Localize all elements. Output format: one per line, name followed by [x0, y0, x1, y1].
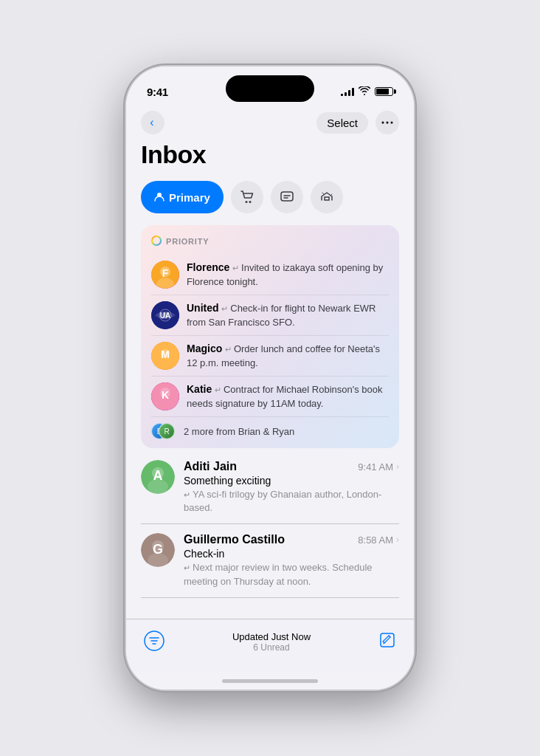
aditi-mail-body: Aditi Jain 9:41 AM › Something exciting …: [184, 460, 399, 515]
primary-tab-label: Primary: [169, 191, 210, 204]
more-senders-text: 2 more from Brian & Ryan: [184, 426, 294, 437]
more-button[interactable]: [375, 111, 399, 134]
aditi-subject: Something exciting: [184, 475, 399, 487]
aditi-sender: Aditi Jain: [184, 460, 237, 473]
svg-point-1: [387, 122, 389, 124]
svg-text:A: A: [153, 468, 163, 483]
guillermo-avatar: G: [141, 533, 175, 567]
katie-message: Katie ↵ Contract for Michael Robinson's …: [187, 382, 389, 410]
aditi-chevron-icon: ›: [396, 461, 399, 472]
priority-item-united[interactable]: UA United ↵ Check-in for flight to Newar…: [151, 295, 389, 336]
united-avatar: UA: [151, 301, 179, 329]
toolbar-status: Updated Just Now 6 Unread: [232, 631, 311, 653]
battery-icon: [375, 87, 393, 96]
svg-point-5: [249, 201, 251, 203]
magico-message: Magico ↵ Order lunch and coffee for Neet…: [187, 342, 389, 370]
updated-text: Updated Just Now: [232, 631, 311, 642]
magico-summary-icon: ↵: [225, 345, 234, 354]
messages-icon: [280, 190, 294, 204]
inbox-title: Inbox: [141, 140, 399, 169]
mail-item-aditi[interactable]: A Aditi Jain 9:41 AM: [141, 451, 399, 524]
guillermo-summary-icon: ↵: [184, 563, 193, 572]
shopping-cart-icon: [240, 190, 254, 204]
guillermo-sender: Guillermo Castillo: [184, 533, 285, 546]
home-bar: [222, 679, 318, 683]
svg-point-4: [245, 201, 247, 203]
priority-icon: [151, 236, 162, 247]
tab-promos[interactable]: [311, 181, 343, 213]
wifi-icon: [359, 86, 370, 97]
dynamic-island: [226, 75, 314, 102]
compose-icon: [378, 631, 396, 649]
magico-text: Magico ↵ Order lunch and coffee for Neet…: [187, 342, 389, 370]
home-indicator: [126, 672, 414, 690]
florence-summary-icon: ↵: [232, 264, 241, 272]
primary-tab-icon: [154, 191, 165, 204]
katie-summary-icon: ↵: [215, 385, 224, 394]
svg-point-2: [391, 122, 393, 124]
aditi-time: 9:41 AM: [358, 461, 393, 472]
guillermo-chevron-icon: ›: [396, 535, 399, 545]
katie-sender: Katie: [187, 383, 212, 395]
phone-screen: 9:41: [126, 66, 414, 690]
back-button[interactable]: ‹: [141, 111, 165, 134]
svg-point-0: [382, 122, 384, 124]
magico-avatar: M: [151, 342, 179, 370]
unread-count: 6 Unread: [232, 642, 311, 653]
guillermo-time: 8:58 AM: [358, 535, 393, 546]
aditi-preview: ↵ YA sci-fi trilogy by Ghanaian author, …: [184, 488, 399, 515]
signal-bar-2: [345, 92, 347, 96]
filter-button[interactable]: [144, 630, 165, 654]
svg-text:M: M: [161, 348, 170, 360]
signal-bar-3: [348, 90, 350, 96]
signal-bar-1: [341, 94, 343, 96]
united-sender: United: [187, 302, 219, 314]
svg-text:UA: UA: [160, 312, 170, 320]
katie-avatar: K: [151, 382, 179, 410]
tab-shopping[interactable]: [231, 181, 263, 213]
priority-text: PRIORITY: [166, 237, 209, 246]
svg-text:K: K: [162, 389, 169, 401]
select-button[interactable]: Select: [316, 112, 368, 134]
mail-item-guillermo[interactable]: G Guillermo Castillo 8:58 AM: [141, 524, 399, 597]
nav-right-buttons: Select: [316, 111, 399, 134]
guillermo-preview: ↵ Next major review in two weeks. Schedu…: [184, 561, 399, 588]
back-arrow-icon: ‹: [150, 116, 153, 129]
priority-sparkle-icon: [151, 236, 162, 246]
guillermo-header-row: Guillermo Castillo 8:58 AM ›: [184, 533, 399, 546]
tab-primary[interactable]: Primary: [141, 181, 224, 213]
battery-fill: [376, 89, 389, 94]
tab-messages[interactable]: [271, 181, 303, 213]
status-time: 9:41: [147, 86, 168, 98]
priority-item-katie[interactable]: K Katie ↵: [151, 377, 389, 417]
aditi-header-row: Aditi Jain 9:41 AM ›: [184, 460, 399, 473]
florence-avatar: F: [151, 261, 179, 289]
guillermo-time-row: 8:58 AM ›: [358, 535, 399, 546]
priority-label: PRIORITY: [151, 236, 389, 247]
bottom-toolbar: Updated Just Now 6 Unread: [126, 619, 414, 672]
status-bar: 9:41: [126, 66, 414, 106]
priority-item-magico[interactable]: M Magico ↵: [151, 336, 389, 377]
florence-text: Florence ↵ Invited to izakaya soft openi…: [187, 261, 389, 289]
more-senders[interactable]: B R 2 more from Brian & Ryan: [151, 417, 389, 441]
priority-section: PRIORITY F: [141, 225, 399, 448]
filter-icon: [144, 630, 165, 651]
florence-sender: Florence: [187, 261, 229, 273]
katie-text: Katie ↵ Contract for Michael Robinson's …: [187, 382, 389, 410]
guillermo-subject: Check-in: [184, 548, 399, 560]
svg-text:G: G: [153, 542, 163, 557]
united-text: United ↵ Check-in for flight to Newark E…: [187, 301, 389, 329]
more-avatar-group: B R: [151, 423, 170, 439]
priority-item-florence[interactable]: F Florence ↵: [151, 255, 389, 295]
mail-content: Inbox Primary: [126, 140, 414, 619]
magico-sender: Magico: [187, 343, 222, 354]
promos-icon: [320, 190, 333, 204]
aditi-time-row: 9:41 AM ›: [358, 461, 399, 472]
signal-bars-icon: [341, 87, 354, 96]
nav-bar: ‹ Select: [126, 106, 414, 140]
tab-row: Primary: [141, 181, 399, 213]
florence-message: Florence ↵ Invited to izakaya soft openi…: [187, 261, 389, 289]
united-summary-icon: ↵: [221, 304, 230, 313]
signal-bar-4: [352, 88, 354, 96]
compose-button[interactable]: [378, 631, 396, 653]
